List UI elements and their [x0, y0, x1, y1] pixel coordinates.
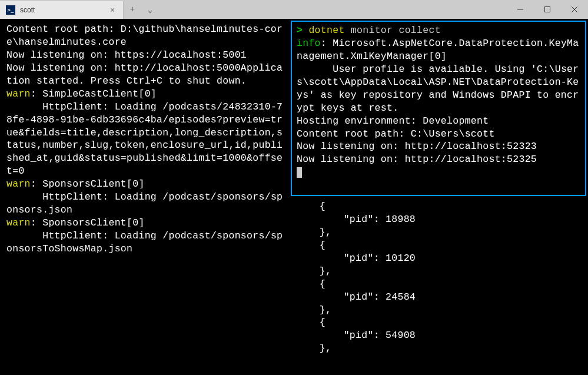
close-icon — [572, 6, 577, 12]
terminal-output: info: Microsoft.AspNetCore.DataProtectio… — [297, 37, 580, 63]
log-level-warn: warn — [6, 178, 31, 190]
left-terminal-pane[interactable]: Content root path: D:\github\hanselminut… — [2, 21, 289, 373]
terminal-output: Content root path: C:\Users\scott — [297, 128, 580, 141]
powershell-icon: >_ — [6, 5, 15, 15]
titlebar: >_ scott × + ⌄ — [0, 0, 588, 19]
tab-title: scott — [20, 6, 108, 14]
json-output: }, — [295, 304, 582, 317]
right-panes: > dotnet monitor collect info: Microsoft… — [291, 21, 586, 373]
json-output: { — [295, 200, 582, 213]
log-source: : SponsorsClient[0] — [31, 217, 145, 228]
json-output: }, — [295, 342, 582, 355]
close-icon[interactable]: × — [108, 5, 117, 15]
close-button[interactable] — [561, 0, 588, 19]
minimize-button[interactable] — [507, 0, 534, 19]
json-output: "pid": 18988 — [295, 213, 582, 226]
terminal-output: warn: SponsorsClient[0] — [6, 217, 284, 230]
terminal-output: Now listening on: https://localhost:5001 — [6, 49, 284, 62]
log-level-warn: warn — [6, 88, 31, 99]
maximize-button[interactable] — [534, 0, 561, 19]
command-args: monitor collect — [345, 25, 441, 36]
terminal-output: HttpClient: Loading /podcast/sponsors/sp… — [6, 230, 284, 255]
svg-rect-1 — [545, 7, 550, 12]
right-bottom-terminal-pane[interactable]: { "pid": 18988 }, { "pid": 10120 }, { "p… — [291, 198, 586, 373]
json-output: "pid": 24584 — [295, 291, 582, 304]
json-output: "pid": 54908 — [295, 329, 582, 342]
minimize-icon — [517, 6, 523, 12]
terminal-output: Content root path: D:\github\hanselminut… — [6, 23, 284, 49]
tab-scott[interactable]: >_ scott × — [0, 1, 124, 19]
terminal-output: Now listening on: http://localhost:5000A… — [6, 62, 284, 88]
json-output: { — [295, 278, 582, 291]
log-source: : Microsoft.AspNetCore.DataProtection.Ke… — [297, 38, 579, 62]
panes-container: Content root path: D:\github\hanselminut… — [0, 19, 588, 375]
terminal-output: Now listening on: http://localhost:52325 — [297, 153, 580, 166]
terminal-output: User profile is available. Using 'C:\Use… — [297, 63, 580, 115]
terminal-output: warn: SponsorsClient[0] — [6, 178, 284, 191]
terminal-output: HttpClient: Loading /podcasts/24832310-7… — [6, 101, 284, 178]
tab-dropdown-button[interactable]: ⌄ — [141, 1, 159, 18]
text-cursor — [297, 167, 302, 178]
log-source: : SponsorsClient[0] — [31, 178, 145, 190]
window-controls — [507, 0, 588, 19]
command-line: > dotnet monitor collect — [297, 24, 580, 37]
json-output: }, — [295, 226, 582, 239]
cursor-line — [297, 166, 580, 179]
right-top-terminal-pane[interactable]: > dotnet monitor collect info: Microsoft… — [291, 21, 586, 196]
json-output: { — [295, 316, 582, 329]
log-level-warn: warn — [6, 217, 31, 228]
terminal-output: Now listening on: http://localhost:52323 — [297, 140, 580, 153]
command-name: dotnet — [308, 25, 344, 36]
log-source: : SimpleCastClient[0] — [31, 88, 157, 99]
json-output: { — [295, 239, 582, 252]
json-output: "pid": 10120 — [295, 252, 582, 265]
terminal-output: warn: SimpleCastClient[0] — [6, 88, 284, 101]
terminal-output: Hosting environment: Development — [297, 115, 580, 128]
prompt-icon: > — [297, 25, 303, 36]
maximize-icon — [544, 6, 550, 12]
new-tab-button[interactable]: + — [124, 1, 141, 18]
terminal-window: >_ scott × + ⌄ Content root path: D:\git… — [0, 0, 588, 375]
terminal-output: HttpClient: Loading /podcast/sponsors/sp… — [6, 191, 284, 217]
json-output: }, — [295, 265, 582, 278]
log-level-info: info — [297, 38, 321, 49]
